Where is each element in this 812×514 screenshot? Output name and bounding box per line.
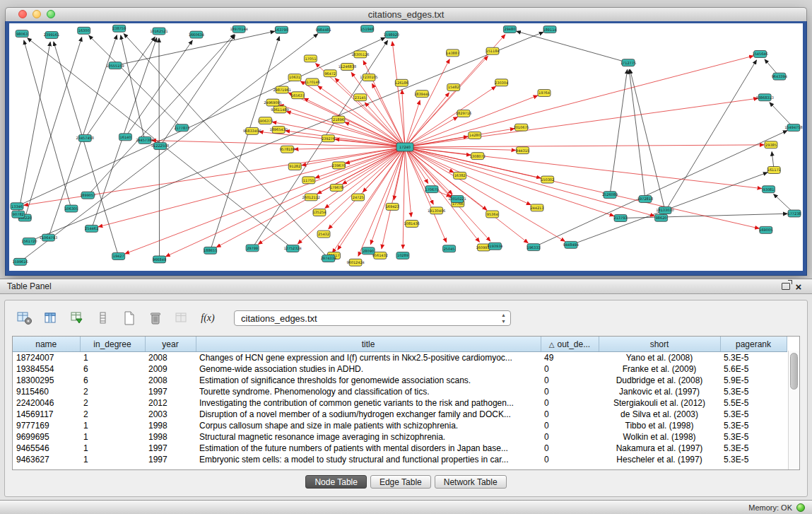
network-edge[interactable] [25, 37, 81, 218]
table-cell[interactable]: Jankovic et al. (1997) [599, 386, 720, 397]
table-cell[interactable]: 6 [80, 363, 145, 375]
table-cell[interactable]: 0 [541, 420, 599, 431]
table-cell[interactable]: Tourette syndrome. Phenomenology and cla… [196, 386, 541, 397]
table-row[interactable]: 977716911998Corpus callosum shape and si… [13, 420, 787, 431]
table-cell[interactable]: 1 [80, 420, 145, 431]
network-canvas[interactable]: 1724095614329601242491617254321352542601… [9, 23, 803, 271]
network-node[interactable]: 9578186 [279, 146, 295, 153]
network-node[interactable]: 1660634 [189, 31, 204, 38]
network-node[interactable]: 1308072 [470, 153, 486, 160]
table-cell[interactable]: 2 [80, 397, 145, 409]
network-edge[interactable] [534, 131, 787, 247]
network-node[interactable]: 1545646 [753, 51, 768, 58]
network-node[interactable]: 9643394 [772, 73, 787, 80]
network-node[interactable]: 95364 [486, 211, 499, 218]
table-cell[interactable]: Estimation of the future numbers of pati… [196, 443, 541, 454]
network-edge[interactable] [370, 147, 405, 244]
table-cell[interactable]: 5.3E-5 [720, 352, 787, 364]
network-node[interactable]: 9448494 [563, 241, 579, 248]
show-columns-icon[interactable] [41, 309, 61, 327]
network-node[interactable]: 179678 [330, 184, 343, 191]
network-node[interactable]: 17230105 [360, 74, 377, 81]
network-node[interactable]: 11246838 [339, 64, 356, 71]
network-node[interactable]: 93868313 [756, 94, 774, 101]
network-node[interactable]: 2177873 [174, 124, 189, 132]
column-header-title[interactable]: title [196, 337, 541, 352]
network-node[interactable]: 13010221 [448, 196, 466, 203]
network-edge[interactable] [315, 147, 405, 178]
network-edge[interactable] [405, 100, 420, 147]
table-cell[interactable]: 0 [541, 431, 599, 443]
table-cell[interactable]: 1 [80, 352, 145, 364]
network-node[interactable]: 11755 [302, 177, 315, 184]
table-cell[interactable]: 1 [80, 443, 145, 454]
network-node[interactable]: 10631 [288, 74, 301, 81]
table-row[interactable]: 946362711997Embryonic stem cells: a mode… [13, 454, 787, 465]
network-node[interactable]: 10555159 [106, 62, 124, 69]
network-node[interactable]: 19130406 [428, 207, 445, 214]
table-cell[interactable]: 18724007 [13, 352, 80, 364]
network-node[interactable]: 196333 [526, 244, 540, 251]
table-cell[interactable]: de Silva et al. (2003) [599, 409, 720, 420]
network-node[interactable]: 151948 [360, 25, 374, 33]
network-edge[interactable] [405, 56, 753, 147]
table-cell[interactable]: 1 [80, 454, 145, 465]
network-edge[interactable] [258, 147, 405, 244]
zoom-window-button[interactable] [47, 10, 55, 18]
network-edge[interactable] [294, 147, 405, 149]
network-node[interactable]: 1598920 [384, 31, 399, 38]
table-cell[interactable]: 5.3E-5 [720, 454, 787, 465]
network-edge[interactable] [405, 147, 762, 189]
network-node[interactable]: 29871961 [273, 86, 290, 93]
network-node[interactable]: 165637 [291, 92, 305, 99]
network-node[interactable]: 254461 [85, 225, 98, 232]
table-cell[interactable]: 5.3E-5 [720, 409, 787, 420]
network-node[interactable]: 16140 [119, 134, 131, 141]
table-cell[interactable]: 19384554 [13, 363, 80, 375]
network-edge[interactable] [405, 147, 565, 241]
table-settings-icon[interactable] [15, 309, 35, 327]
table-cell[interactable]: Corpus callosum shape and size in male p… [196, 420, 541, 431]
network-node[interactable]: 21896 [332, 116, 345, 123]
network-node[interactable]: 170675 [425, 186, 438, 193]
table-cell[interactable]: Investigating the contribution of common… [196, 397, 541, 409]
table-cell[interactable]: Embryonic stem cells: a model to study s… [196, 454, 541, 465]
table-row[interactable]: 2242004622012Investigating the contribut… [13, 397, 787, 409]
table-cell[interactable]: 5.3E-5 [720, 431, 787, 443]
table-cell[interactable]: 2003 [145, 409, 196, 420]
network-node[interactable]: 12752324 [283, 245, 301, 252]
network-edge[interactable] [405, 98, 758, 147]
table-row[interactable]: 911546021997Tourette syndrome. Phenomeno… [13, 386, 787, 397]
network-node[interactable]: 11064793 [40, 234, 57, 241]
table-cell[interactable]: 5.3E-5 [720, 386, 787, 397]
table-cell[interactable]: Disruption of a novel member of a sodium… [196, 409, 541, 420]
table-cell[interactable]: 2012 [145, 397, 196, 409]
network-node[interactable]: 18133030 [656, 207, 673, 214]
table-cell[interactable]: 0 [541, 409, 599, 420]
table-row[interactable]: 946554611997Estimation of the future num… [13, 443, 787, 454]
network-node[interactable]: 28090 [362, 247, 375, 255]
table-cell[interactable]: Tibbo et al. (1998) [599, 420, 720, 431]
network-node[interactable]: 29480 [503, 26, 516, 33]
network-node[interactable]: 15482 [447, 84, 460, 91]
network-node[interactable]: 966849 [153, 256, 166, 263]
network-node[interactable]: 15494758 [784, 124, 802, 132]
network-node[interactable]: 29799 [246, 245, 259, 252]
table-cell[interactable]: 5.6E-5 [720, 363, 787, 375]
network-edge[interactable] [358, 147, 405, 256]
network-node[interactable]: 150302 [541, 176, 554, 183]
table-cell[interactable]: 5.3E-5 [720, 420, 787, 431]
minimize-window-button[interactable] [33, 10, 41, 18]
network-node[interactable]: 188655 [204, 247, 217, 254]
network-node[interactable]: 23145 [354, 94, 367, 101]
table-cell[interactable]: 5.5E-5 [720, 397, 787, 409]
network-node[interactable]: 17051 [304, 55, 317, 62]
network-node[interactable]: 1081436 [404, 220, 420, 227]
tab-node-table[interactable]: Node Table [305, 475, 367, 489]
network-edge[interactable] [392, 42, 405, 147]
network-node[interactable]: 16300 [78, 27, 90, 34]
table-cell[interactable]: 1998 [145, 431, 196, 443]
table-cell[interactable]: 1 [80, 431, 145, 443]
table-cell[interactable]: Hescheler et al. (1997) [599, 454, 720, 465]
network-node[interactable]: 2010675 [514, 124, 529, 131]
